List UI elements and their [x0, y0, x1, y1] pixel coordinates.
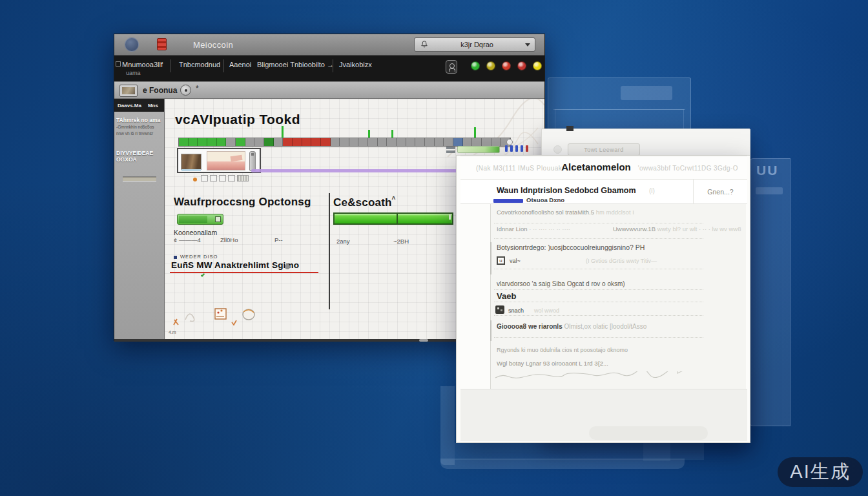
blue-progress-label: Otsuoa Dxno — [526, 196, 564, 203]
toolbar-label: e Foonua — [143, 86, 177, 95]
page-title: vcAVIpuatip Tookd — [175, 112, 300, 127]
search-text: k3jr Dqrao — [429, 41, 525, 48]
timeline-segment — [491, 138, 501, 146]
check-mark-icon — [201, 273, 205, 276]
gray-dot — [285, 264, 290, 269]
menu-item-2[interactable]: Tnbcmodnud — [179, 61, 220, 68]
progress-knob[interactable] — [215, 216, 221, 222]
timeline-segment — [472, 138, 482, 146]
ghost-button — [621, 86, 672, 100]
footer-button[interactable] — [589, 426, 708, 440]
eye-button[interactable] — [180, 85, 191, 96]
divider — [333, 59, 333, 72]
timeline-segment — [340, 138, 349, 146]
timeline-segment — [311, 138, 321, 146]
status-dot[interactable] — [502, 61, 511, 70]
timeline-segment — [425, 138, 435, 146]
user-badge-icon[interactable] — [446, 60, 457, 74]
chat-icon[interactable] — [495, 305, 504, 314]
timeline-tick — [282, 126, 284, 138]
clip-object[interactable] — [249, 151, 256, 171]
mini-control[interactable] — [201, 175, 208, 181]
sheet-button[interactable]: Towt Leeward — [568, 143, 640, 156]
app-red-icon — [157, 38, 167, 50]
progress-divider — [397, 214, 398, 223]
sidebar-group-title-1[interactable]: TAhmrsk no ama — [114, 112, 164, 124]
ghost-window-right: UU — [749, 158, 790, 426]
bar-label-2: ~2BH — [393, 238, 409, 245]
menu-item-1[interactable]: Mnumooa3llf — [122, 61, 163, 68]
accent-bar — [490, 242, 491, 274]
clip-selection-box[interactable] — [177, 148, 261, 173]
action-link[interactable]: Gnen...? — [693, 180, 747, 204]
mini-control[interactable] — [228, 175, 235, 181]
marker-dot — [193, 178, 197, 181]
timeline-segment — [198, 138, 207, 146]
timeline-segment — [463, 138, 473, 146]
chevron-down-icon — [525, 43, 530, 46]
sidebar-group-title-2[interactable]: DIYVYEIDEAE OGXOA — [114, 145, 164, 163]
timeline-knob[interactable] — [506, 139, 513, 145]
form-row-4: Rgyonds ki muo ödulnifa cios nt poosotaj… — [497, 347, 628, 353]
resize-handle[interactable] — [419, 339, 428, 342]
timeline-segment — [406, 138, 416, 146]
color-mark — [521, 145, 523, 152]
menu-subitem[interactable]: uama — [126, 70, 141, 76]
timeline-ticks — [178, 126, 511, 138]
timeline-segment — [207, 138, 217, 146]
status-dot[interactable] — [517, 61, 526, 70]
clip-thumbnail-2[interactable] — [207, 151, 245, 170]
menubar: Mnumooa3llf uama Tnbcmodnud Aaenoi Bligm… — [114, 56, 544, 81]
toolbar-image-button[interactable] — [119, 85, 138, 97]
divider — [170, 59, 170, 72]
notification-search-box[interactable]: k3jr Dqrao — [414, 37, 535, 52]
form-line-2b: Uwwvwvurw.1B wwty bl? ur wlt · ·· · lw w… — [613, 225, 741, 232]
dialog-footer — [460, 389, 747, 441]
ghost-chip — [756, 187, 783, 194]
divider — [494, 302, 703, 302]
titlebar[interactable]: Meioccoin k3jr Dqrao — [114, 34, 544, 56]
ghost-frame-left — [440, 386, 455, 465]
checkbox-label: val~ — [510, 258, 521, 264]
divider — [494, 315, 703, 316]
form-row-5: Wgl botay Lgnar 93 oirooaont L 1rd 3{2..… — [497, 360, 608, 367]
progress-label: Kooneonallam — [174, 229, 217, 236]
divider — [494, 337, 703, 338]
sheet-circle-icon — [553, 145, 562, 154]
sidebar-inset-button[interactable] — [123, 176, 156, 181]
mini-control[interactable] — [219, 175, 226, 181]
icon-faint: wol wwod — [534, 307, 559, 314]
timeline-segment — [349, 138, 359, 146]
timeline-tick — [474, 127, 476, 138]
color-marks — [505, 145, 528, 153]
sidebar: Daavs.Ma Mns TAhmrsk no ama -Gmnnkhln nd… — [114, 99, 165, 339]
color-mark — [505, 145, 508, 152]
timeline-segment — [453, 138, 463, 146]
checkbox[interactable]: u — [497, 256, 505, 265]
mini-control[interactable] — [237, 175, 249, 181]
timeline-segment — [245, 138, 255, 146]
timeline-tick — [391, 130, 393, 138]
ai-badge-text: AI生成 — [790, 459, 850, 485]
clip-thumbnail-1[interactable] — [181, 154, 202, 170]
divider — [494, 289, 703, 290]
thumbnail-icon — [122, 87, 135, 94]
tiny-clip-label — [446, 147, 455, 156]
sidebar-tab-2[interactable]: Mns — [148, 103, 158, 108]
menu-item-4[interactable]: Bligmooei Tnbioobilto → — [257, 61, 334, 68]
menu-item-5[interactable]: Jvaikobizx — [339, 61, 372, 68]
signature-scribble — [494, 371, 688, 380]
divider — [494, 238, 703, 239]
sidebar-line-2: nnw vh i6 ri tnvwnsr — [114, 130, 164, 137]
sidebar-tab-1[interactable]: Daavs.Ma — [118, 103, 141, 108]
ai-generated-badge: AI生成 — [778, 457, 863, 487]
status-dot[interactable] — [471, 61, 480, 70]
mini-control[interactable] — [210, 175, 217, 181]
color-mark — [510, 145, 513, 152]
status-dot[interactable] — [533, 61, 542, 70]
menu-item-3[interactable]: Aaenoi — [229, 61, 251, 68]
timeline-bar[interactable] — [178, 138, 511, 147]
status-dot[interactable] — [486, 61, 495, 70]
timeline-segment — [444, 138, 453, 146]
divider — [494, 223, 703, 223]
